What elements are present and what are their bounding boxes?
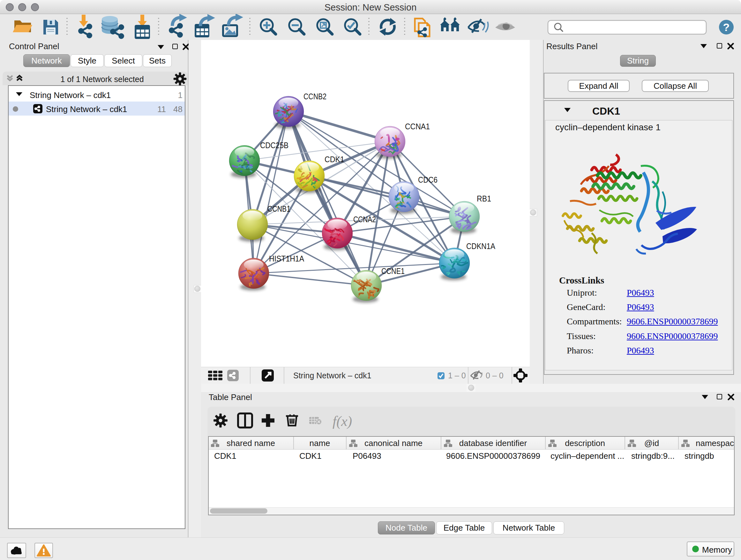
svg-text:shared name: shared name <box>226 438 275 448</box>
svg-text:namespac: namespac <box>696 438 734 448</box>
svg-text:CDK1: CDK1 <box>214 451 236 461</box>
svg-text:CCNE1: CCNE1 <box>381 266 405 276</box>
svg-text:stringdb: stringdb <box>684 451 714 461</box>
svg-text:String Network – cdk1: String Network – cdk1 <box>293 371 372 380</box>
svg-text:database identifier: database identifier <box>459 438 527 448</box>
svg-text:CDC25B: CDC25B <box>260 140 288 150</box>
svg-text:description: description <box>565 438 605 448</box>
svg-text:name: name <box>309 438 330 448</box>
svg-text:?: ? <box>723 21 730 33</box>
svg-text:CDC6: CDC6 <box>418 175 437 185</box>
svg-text:CDKN1A: CDKN1A <box>466 241 495 251</box>
svg-text:RB1: RB1 <box>477 194 491 203</box>
svg-text:@id: @id <box>644 438 659 448</box>
svg-text:canonical name: canonical name <box>364 438 422 448</box>
svg-text:CCNB2: CCNB2 <box>304 91 327 101</box>
svg-text:CCNB1: CCNB1 <box>267 204 290 213</box>
svg-text:CDK1: CDK1 <box>325 154 344 164</box>
svg-text:9606.ENSP00000378699: 9606.ENSP00000378699 <box>446 451 540 461</box>
svg-text:f(x): f(x) <box>333 414 352 429</box>
svg-text:CCNA2: CCNA2 <box>353 214 376 224</box>
svg-text:0 – 0: 0 – 0 <box>486 371 503 380</box>
svg-text:HIST1H1A: HIST1H1A <box>269 254 305 263</box>
svg-text:stringdb:9...: stringdb:9... <box>631 451 675 461</box>
svg-text:cyclin–dependent ...: cyclin–dependent ... <box>550 451 624 461</box>
svg-text:P06493: P06493 <box>353 451 381 461</box>
svg-text:CCNA1: CCNA1 <box>405 122 430 131</box>
svg-text:CDK1: CDK1 <box>299 451 321 461</box>
svg-text:1 – 0: 1 – 0 <box>448 371 466 380</box>
